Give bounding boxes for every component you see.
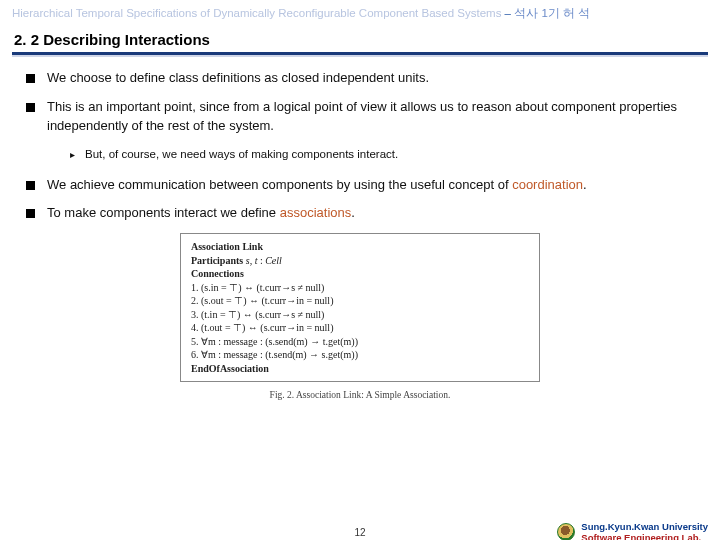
bullet-item: To make components interact we define as…: [26, 204, 694, 223]
content-area: We choose to define class definitions as…: [0, 69, 720, 400]
bullet-item: This is an important point, since from a…: [26, 98, 694, 136]
figure-line: Association Link: [191, 240, 529, 254]
bullet-text: This is an important point, since from a…: [47, 98, 694, 136]
university-name: Sung.Kyun.Kwan University: [581, 521, 708, 532]
university-logo-icon: [557, 523, 575, 540]
header-title: Hierarchical Temporal Specifications of …: [12, 7, 501, 19]
figure-caption: Fig. 2. Association Link: A Simple Assoc…: [26, 390, 694, 400]
bullet-text: We choose to define class definitions as…: [47, 69, 429, 88]
highlight-term: coordination: [512, 177, 583, 192]
figure-line: 4. (t.out = ⊤) ↔ (s.curr→in = null): [191, 321, 529, 335]
figure-line: Connections: [191, 267, 529, 281]
slide-header: Hierarchical Temporal Specifications of …: [0, 0, 720, 25]
square-bullet-icon: [26, 209, 35, 218]
university-text: Sung.Kyun.Kwan University Software Engin…: [581, 521, 708, 540]
figure-line: 1. (s.in = ⊤) ↔ (t.curr→s ≠ null): [191, 281, 529, 295]
square-bullet-icon: [26, 74, 35, 83]
header-suffix: 석사 1기 허 석: [514, 7, 590, 19]
bullet-text: To make components interact we define as…: [47, 204, 355, 223]
lab-name: Software Engineering Lab.: [581, 532, 708, 540]
section-title: 2. 2 Describing Interactions: [0, 25, 720, 52]
page-number: 12: [354, 527, 365, 538]
sub-bullet-item: ▸ But, of course, we need ways of making…: [70, 146, 694, 162]
bullet-text: We achieve communication between compone…: [47, 176, 587, 195]
sub-bullet-text: But, of course, we need ways of making c…: [85, 146, 398, 162]
figure-line: 6. ∀m : message : (t.send(m) → s.get(m)): [191, 348, 529, 362]
university-block: Sung.Kyun.Kwan University Software Engin…: [557, 521, 708, 540]
figure-line: 3. (t.in = ⊤) ↔ (s.curr→s ≠ null): [191, 308, 529, 322]
figure-line: 2. (s.out = ⊤) ↔ (t.curr→in = null): [191, 294, 529, 308]
triangle-bullet-icon: ▸: [70, 148, 75, 162]
bullet-item: We achieve communication between compone…: [26, 176, 694, 195]
header-sep: –: [501, 7, 514, 19]
figure-line: EndOfAssociation: [191, 362, 529, 376]
figure-line: 5. ∀m : message : (s.send(m) → t.get(m)): [191, 335, 529, 349]
square-bullet-icon: [26, 103, 35, 112]
section-divider: [12, 52, 708, 57]
bullet-item: We choose to define class definitions as…: [26, 69, 694, 88]
square-bullet-icon: [26, 181, 35, 190]
figure-box: Association Link Participants s, t : Cel…: [180, 233, 540, 382]
figure-line: Participants s, t : Cell: [191, 254, 529, 268]
highlight-term: associations: [280, 205, 352, 220]
